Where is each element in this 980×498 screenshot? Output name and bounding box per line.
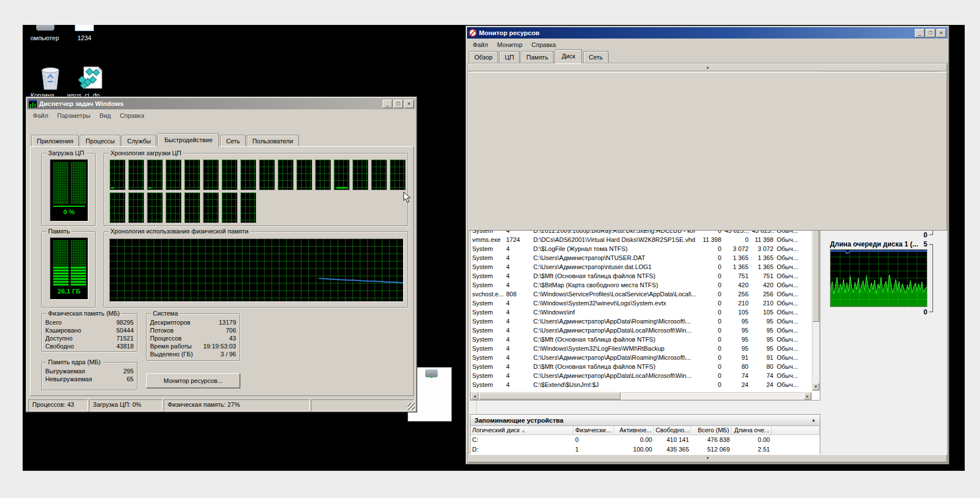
cpu-core-history-graph [184,159,200,190]
desktop: омпьютер 1234 Корзина [23,25,965,471]
cpu-core-history-graph [147,159,163,190]
cpu-core-history-graph [147,192,163,223]
table-row[interactable]: System4D:\$Mft (Основная таблица файлов … [470,271,812,280]
scrollbar-thumb[interactable] [479,393,620,399]
column-header[interactable]: Логический диск▲ [470,426,574,435]
cpu-history-group: Хронология загрузки ЦП [104,153,408,226]
tm-tab-2[interactable]: Службы [122,135,157,147]
cpu-core-history-graph [203,192,219,223]
tm-menu-item-2[interactable]: Вид [95,111,115,120]
cpu-core-history-graph [221,159,238,190]
computer-icon[interactable] [36,25,54,31]
rm-tab-4[interactable]: Сеть [583,51,608,63]
scrollbar-thumb[interactable] [812,225,819,322]
column-header[interactable]: Длина оче... [731,426,772,435]
rm-tab-2[interactable]: Память [521,51,554,63]
cpu-activity-spark [148,188,151,189]
rm-tab-0[interactable]: Обзор [469,51,498,63]
tm-tab-5[interactable]: Пользователи [247,135,299,147]
desktop-icon-computer-label[interactable]: омпьютер [23,35,67,41]
table-row[interactable]: System4C:\Users\Администратор\AppData\Ro… [470,353,812,362]
tm-tab-1[interactable]: Процессы [80,135,120,147]
group-title: Память [46,228,71,235]
table-row[interactable]: System4C:\Windows\inf0105105Обыч... [470,308,812,317]
rm-menu-item-2[interactable]: Справка [527,40,560,49]
group-title: Хронология использования физической памя… [109,228,250,235]
tm-menu-item-1[interactable]: Параметры [53,111,95,120]
scroll-up-button[interactable]: ▲ [468,63,947,71]
table-row[interactable]: System4C:\Users\Администратор\AppData\Lo… [470,326,812,335]
column-header[interactable] [772,426,820,435]
table-row[interactable]: System4C:\$Mft (Основная таблица файлов … [470,335,812,344]
queue-d-graph-footer: 0 [830,308,927,316]
title-bar[interactable]: Диспетчер задач Windows _□× [27,98,416,109]
scroll-down-button[interactable]: ▼ [812,383,819,390]
desktop-icon-1234-label[interactable]: 1234 [70,35,99,41]
section-header[interactable]: Запоминающие устройства ▲ [470,415,820,426]
scrollbar-thumb[interactable] [468,72,947,231]
tm-tab-0[interactable]: Приложения [31,135,79,147]
stat-row: Доступно71521 [45,334,134,342]
status-panel-0: Процессов: 43 [28,399,88,411]
stat-row: Потоков706 [150,326,236,334]
minimize-button[interactable]: _ [383,100,392,108]
resource-monitor-button[interactable]: Монитор ресурсов... [146,373,240,388]
disk-queue-d-graph [830,249,927,307]
table-row[interactable]: System4C:\Windows\System32\LogFiles\WMI\… [470,344,812,353]
resource-monitor-icon [469,29,477,37]
rm-menu-item-1[interactable]: Монитор [493,40,527,49]
scroll-down-button[interactable]: ▼ [468,454,947,462]
column-header[interactable]: Всего (МБ) [691,426,731,435]
maximize-button[interactable]: □ [393,100,403,108]
tm-tab-3[interactable]: Быстродействие [157,133,219,147]
file-1234-icon[interactable] [75,25,94,31]
table-row[interactable]: System4C:\Users\Администратор\AppData\Lo… [470,371,812,380]
tm-tab-4[interactable]: Сеть [220,135,245,147]
table-row[interactable]: vmms.exe1724D:\DCs\ADS62001\Virtual Hard… [470,235,812,244]
table-row[interactable]: D:1100.00435 365512 0692.51 [470,445,820,454]
queue-d-graph-title: Длина очереди диска 1 (... 5 [830,240,927,248]
stat-row: Кэшировано50444 [45,326,134,334]
status-panel-2: Физическая память: 27% [164,399,310,411]
tm-menu-item-3[interactable]: Справка [115,111,149,120]
column-header[interactable]: Свободно... [654,426,691,435]
table-row[interactable]: svchost.e...808C:\Windows\ServiceProfile… [470,290,812,299]
minimize-button[interactable]: _ [915,29,925,37]
vertical-scrollbar[interactable]: ▲ ▼ [812,217,820,391]
title-bar[interactable]: Монитор ресурсов _□× [467,27,948,39]
rm-tab-3[interactable]: Диск [555,49,582,63]
stat-row: Выгружаемая295 [45,367,134,375]
menu-bar: ФайлПараметрыВидСправка [27,110,416,121]
column-header[interactable]: Активное... [614,426,654,435]
rm-menu-item-0[interactable]: Файл [468,40,493,49]
table-row[interactable]: System4C:\$Extend\$UsnJrnl:$J02424Обыч..… [470,380,812,389]
close-button[interactable]: × [404,100,414,108]
tab-strip: ОбзорЦППамятьДискСеть [469,50,610,63]
table-row[interactable]: System4C:\Users\Администратор\AppData\Ro… [470,317,812,326]
scroll-left-button[interactable]: ◄ [471,393,478,399]
table-row[interactable]: System4C:\Users\Администратор\ntuser.dat… [470,262,812,271]
table-row[interactable]: System4C:\Windows\System32\winevt\Logs\S… [470,299,812,308]
stat-row: Дескрипторов13179 [150,318,236,326]
memory-usage-value: 26,1 ГБ [50,288,88,295]
table-row[interactable]: System4C:\Users\Администратор\NTUSER.DAT… [470,253,812,262]
tm-menu-item-0[interactable]: Файл [28,111,53,120]
resize-grip[interactable] [408,403,415,410]
kernel-memory-group: Память ядра (МБ) Выгружаемая295Невыгружа… [41,362,138,390]
collapse-icon[interactable]: ▲ [811,418,816,423]
table-row[interactable]: System4D:\$LogFile (Журнал тома NTFS)03 … [470,244,812,253]
column-header[interactable]: Физически... [574,426,614,435]
scroll-right-button[interactable]: ► [804,393,811,399]
table-row[interactable]: C:00.00410 141476 8380.00 [470,435,820,445]
horizontal-scrollbar[interactable]: ◄ ► [470,392,812,400]
maximize-button[interactable]: □ [926,29,935,37]
rm-tab-1[interactable]: ЦП [499,51,520,63]
table-row[interactable]: System4D:\$Mft (Основная таблица файлов … [470,362,812,371]
cpu-core-history-graph [333,159,350,190]
recycle-bin-icon [38,65,62,91]
table-row[interactable]: System4C:\$BitMap (Карта свободного мест… [470,280,812,290]
cpu-activity-spark [111,188,114,189]
close-button[interactable]: × [936,29,946,37]
memory-usage-gauge: 26,1 ГБ [50,237,88,300]
status-bar: Процессов: 43Загрузка ЦП: 0%Физическая п… [28,399,414,411]
